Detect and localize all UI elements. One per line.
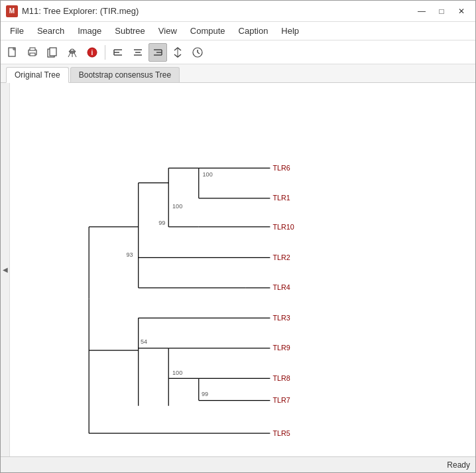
maximize-button[interactable]: □ [433, 5, 450, 18]
toolbar-clock[interactable] [188, 43, 207, 62]
svg-rect-5 [50, 48, 56, 56]
menu-file[interactable]: File [3, 23, 30, 38]
menu-help[interactable]: Help [274, 23, 306, 38]
toolbar-new[interactable] [3, 43, 22, 62]
toolbar: i [1, 40, 475, 64]
svg-rect-2 [30, 48, 35, 50]
align-center-icon [132, 46, 144, 58]
tree-svg: TLR6 TLR1 TLR10 TLR2 TLR4 TLR3 TLR9 TLR8… [10, 83, 475, 456]
toolbar-print[interactable] [23, 43, 42, 62]
scroll-left-arrow-icon: ◀ [3, 266, 8, 273]
menu-compute[interactable]: Compute [184, 23, 232, 38]
pin-icon [66, 46, 78, 58]
window-title: M11: Tree Explorer: (TIR.meg) [22, 6, 139, 16]
minimize-button[interactable]: — [413, 5, 430, 18]
main-content: ◀ [1, 83, 475, 456]
menu-caption[interactable]: Caption [232, 23, 275, 38]
node-label-54: 54 [141, 338, 147, 345]
toolbar-separator-1 [105, 45, 105, 60]
menu-view[interactable]: View [152, 23, 184, 38]
toolbar-align-center[interactable] [129, 43, 147, 62]
toolbar-align-left[interactable] [109, 43, 127, 62]
status-text: Ready [447, 460, 470, 470]
svg-rect-3 [30, 53, 35, 56]
toolbar-sort[interactable] [168, 43, 187, 62]
title-left: M M11: Tree Explorer: (TIR.meg) [6, 5, 139, 17]
title-bar: M M11: Tree Explorer: (TIR.meg) — □ ✕ [1, 1, 475, 22]
leaf-tlr8: TLR8 [273, 374, 290, 382]
leaf-tlr4: TLR4 [273, 283, 290, 291]
scroll-left-panel[interactable]: ◀ [1, 83, 10, 456]
node-label-99b: 99 [202, 391, 208, 397]
sort-icon [172, 46, 184, 58]
clock-icon [192, 46, 204, 58]
print-icon [27, 46, 38, 58]
app-icon: M [6, 5, 18, 17]
leaf-tlr1: TLR1 [273, 194, 290, 202]
node-label-99a: 99 [158, 220, 165, 226]
node-label-93: 93 [126, 251, 133, 258]
menu-subtree[interactable]: Subtree [108, 23, 152, 38]
close-button[interactable]: ✕ [453, 5, 470, 18]
menu-bar: File Search Image Subtree View Compute C… [1, 22, 475, 40]
node-label-100b: 100 [172, 203, 182, 210]
leaf-tlr6: TLR6 [273, 164, 290, 172]
leaf-tlr7: TLR7 [273, 396, 290, 404]
copy-icon [46, 46, 58, 58]
new-icon [7, 46, 19, 58]
leaf-tlr2: TLR2 [273, 253, 290, 261]
toolbar-copy[interactable] [43, 43, 62, 62]
main-window: M M11: Tree Explorer: (TIR.meg) — □ ✕ Fi… [0, 0, 476, 473]
toolbar-info[interactable]: i [83, 43, 101, 62]
status-bar: Ready [1, 456, 475, 472]
tab-original-tree[interactable]: Original Tree [6, 67, 69, 83]
menu-search[interactable]: Search [30, 23, 71, 38]
leaf-tlr10: TLR10 [273, 223, 294, 231]
svg-line-23 [198, 52, 200, 54]
svg-text:i: i [91, 49, 93, 56]
align-right-icon [152, 46, 164, 58]
leaf-tlr9: TLR9 [273, 344, 290, 352]
window-controls: — □ ✕ [413, 5, 470, 18]
toolbar-pin[interactable] [63, 43, 82, 62]
node-label-100a: 100 [203, 171, 213, 178]
tab-bootstrap-consensus[interactable]: Bootstrap consensus Tree [70, 67, 180, 82]
leaf-tlr3: TLR3 [273, 314, 290, 322]
align-left-icon [112, 46, 124, 58]
menu-image[interactable]: Image [71, 23, 108, 38]
tab-bar: Original Tree Bootstrap consensus Tree [1, 64, 475, 83]
toolbar-align-right[interactable] [149, 43, 167, 62]
node-label-100c: 100 [172, 370, 182, 376]
info-icon: i [86, 46, 98, 58]
leaf-tlr5: TLR5 [273, 429, 290, 437]
tree-canvas[interactable]: TLR6 TLR1 TLR10 TLR2 TLR4 TLR3 TLR9 TLR8… [10, 83, 475, 456]
